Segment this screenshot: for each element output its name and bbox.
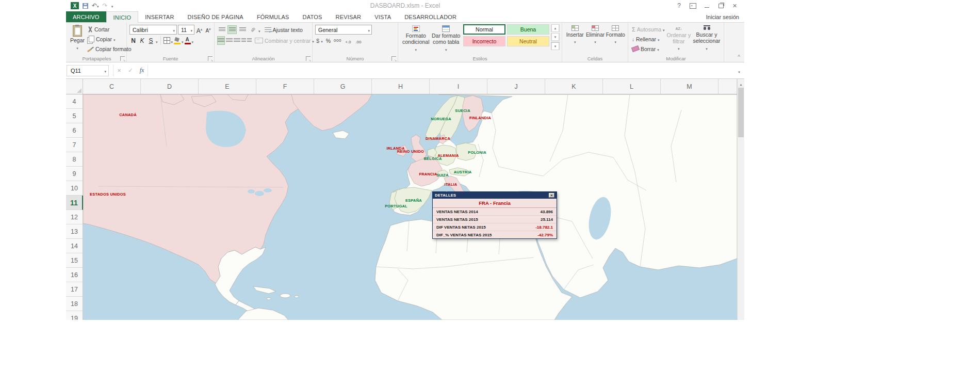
font-dialog-launcher-icon[interactable] <box>208 56 213 61</box>
underline-button[interactable]: S <box>147 37 155 44</box>
undo-button[interactable] <box>92 3 99 9</box>
tab-insertar[interactable]: INSERTAR <box>138 11 181 22</box>
accounting-dropdown-icon[interactable] <box>321 38 323 44</box>
help-button[interactable] <box>672 1 686 11</box>
row-header-18[interactable]: 18 <box>66 297 83 311</box>
row-header-5[interactable]: 5 <box>66 109 83 123</box>
redo-button[interactable] <box>103 3 108 9</box>
undo-dropdown-icon[interactable] <box>97 3 99 9</box>
vertical-scrollbar[interactable] <box>737 79 744 320</box>
close-button[interactable] <box>728 1 742 11</box>
row-header-9[interactable]: 9 <box>66 167 83 181</box>
increase-font-button[interactable]: A <box>195 25 203 35</box>
cell-style-bad[interactable]: Incorrecto <box>463 36 505 46</box>
details-popup[interactable]: DETALLES FRA - Francia VENTAS NETAS 2014… <box>432 191 557 239</box>
paste-button[interactable]: Pegar <box>70 24 85 54</box>
column-header-g[interactable]: G <box>314 79 372 94</box>
sort-filter-dropdown-icon[interactable] <box>678 45 680 52</box>
popup-titlebar[interactable]: DETALLES <box>433 192 557 199</box>
formula-enter-button[interactable] <box>125 65 136 76</box>
column-header-h[interactable]: H <box>372 79 430 94</box>
wrap-text-button[interactable]: Ajustar texto <box>264 25 304 35</box>
align-top-button[interactable] <box>217 25 226 34</box>
font-name-combo[interactable]: Calibri <box>129 25 177 35</box>
formula-cancel-button[interactable] <box>113 65 125 76</box>
tab-archivo[interactable]: ARCHIVO <box>66 11 106 22</box>
row-header-16[interactable]: 16 <box>66 268 83 282</box>
row-header-7[interactable]: 7 <box>66 138 83 152</box>
delete-cells-dropdown-icon[interactable] <box>594 39 596 45</box>
tab-inicio[interactable]: INICIO <box>106 11 139 23</box>
column-header-f[interactable]: F <box>256 79 314 94</box>
decrease-indent-button[interactable] <box>241 36 246 45</box>
orientation-dropdown-icon[interactable] <box>258 25 260 35</box>
font-name-dropdown-icon[interactable] <box>173 27 175 33</box>
sort-filter-button[interactable]: Ordenar y filtrar <box>666 24 692 53</box>
format-painter-button[interactable]: Copiar formato <box>86 44 132 54</box>
styles-scroll-down-button[interactable] <box>551 33 560 41</box>
font-color-dropdown-icon[interactable] <box>192 36 194 45</box>
name-box-dropdown-icon[interactable] <box>104 68 106 74</box>
find-select-dropdown-icon[interactable] <box>706 45 708 52</box>
styles-gallery-more-button[interactable] <box>551 42 560 50</box>
italic-button[interactable]: K <box>138 37 146 44</box>
tab-formulas[interactable]: FÓRMULAS <box>250 11 296 22</box>
align-center-button[interactable] <box>226 36 233 45</box>
align-middle-button[interactable] <box>227 25 237 34</box>
row-header-4[interactable]: 4 <box>66 94 83 109</box>
fill-color-dropdown-icon[interactable] <box>182 36 184 45</box>
scrollbar-thumb[interactable] <box>738 88 744 137</box>
row-header-14[interactable]: 14 <box>66 239 83 253</box>
clipboard-dialog-launcher-icon[interactable] <box>120 56 125 61</box>
align-right-button[interactable] <box>234 36 240 45</box>
find-select-button[interactable]: Buscar y seleccionar <box>692 24 722 52</box>
cut-button[interactable]: Cortar <box>86 24 132 34</box>
number-format-dropdown-icon[interactable] <box>368 27 370 33</box>
font-color-icon[interactable] <box>185 37 191 44</box>
expand-formula-bar-button[interactable] <box>734 65 744 76</box>
name-box[interactable]: Q11 <box>67 65 109 76</box>
save-button[interactable] <box>83 3 88 9</box>
comma-style-button[interactable]: 000 <box>333 36 342 45</box>
decrease-decimal-button[interactable] <box>354 36 363 45</box>
copy-dropdown-icon[interactable] <box>113 36 116 42</box>
row-header-8[interactable]: 8 <box>66 152 83 167</box>
scrollbar-up-button[interactable] <box>738 79 744 87</box>
align-left-button[interactable] <box>217 36 225 45</box>
insert-cells-dropdown-icon[interactable] <box>574 39 576 45</box>
bold-button[interactable]: N <box>129 37 137 44</box>
collapse-ribbon-icon[interactable] <box>738 54 740 60</box>
formula-input[interactable] <box>148 65 734 76</box>
column-header-clipped[interactable] <box>718 79 737 94</box>
fill-button[interactable]: Rellenar <box>631 34 666 44</box>
merge-center-button[interactable]: Combinar y centrar <box>254 36 315 45</box>
borders-icon[interactable] <box>164 37 170 44</box>
column-header-m[interactable]: M <box>661 79 718 94</box>
number-dialog-launcher-icon[interactable] <box>391 56 396 61</box>
decrease-font-button[interactable]: A <box>204 26 212 34</box>
format-as-table-button[interactable]: Dar formato como tabla <box>431 24 462 53</box>
row-header-13[interactable]: 13 <box>66 224 83 239</box>
tab-datos[interactable]: DATOS <box>296 11 329 22</box>
ribbon-display-options-button[interactable] <box>686 1 700 11</box>
minimize-button[interactable] <box>700 1 714 11</box>
increase-decimal-button[interactable] <box>344 36 353 45</box>
row-header-12[interactable]: 12 <box>66 210 83 224</box>
column-header-l[interactable]: L <box>603 79 661 94</box>
accounting-format-button[interactable] <box>315 36 324 45</box>
font-size-dropdown-icon[interactable] <box>190 27 192 33</box>
fill-dropdown-icon[interactable] <box>658 36 660 42</box>
format-cells-dropdown-icon[interactable] <box>615 39 617 45</box>
font-size-combo[interactable]: 11 <box>178 25 194 35</box>
number-format-combo[interactable]: General <box>315 25 372 35</box>
row-header-6[interactable]: 6 <box>66 123 83 138</box>
copy-button[interactable]: Copiar <box>86 34 132 44</box>
column-header-k[interactable]: K <box>545 79 603 94</box>
row-header-15[interactable]: 15 <box>66 253 83 268</box>
styles-scroll-up-button[interactable] <box>551 24 560 32</box>
sheet-map-area[interactable]: CANADÁESTADOS UNIDOSNORUEGASUECIAFINLAND… <box>83 94 737 320</box>
insert-function-button[interactable]: fx <box>136 65 148 76</box>
select-all-corner[interactable] <box>66 79 83 94</box>
tab-vista[interactable]: VISTA <box>368 11 398 22</box>
column-header-i[interactable]: I <box>430 79 487 94</box>
